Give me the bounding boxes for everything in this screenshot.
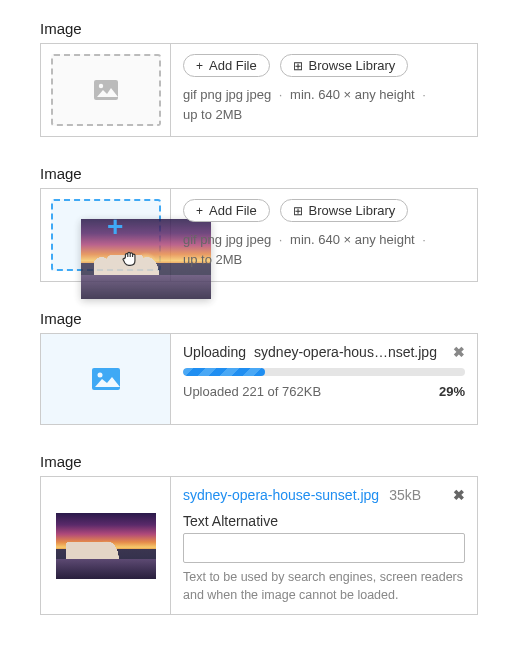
dropzone[interactable] [51, 54, 161, 126]
uploading-filename: sydney-opera-hous…nset.jpg [254, 344, 437, 360]
constraints-hint: gif png jpg jpeg · min. 640 × any height… [183, 230, 465, 269]
uploading-label: Uploading [183, 344, 246, 360]
constraints-hint: gif png jpg jpeg · min. 640 × any height… [183, 85, 465, 124]
thumbnail-column [41, 44, 171, 136]
upload-card: + Add File ⊞ Browse Library gif png jpg … [40, 43, 478, 137]
add-file-label: Add File [209, 58, 257, 73]
remove-file-button[interactable]: ✖ [453, 487, 465, 503]
grid-icon: ⊞ [293, 60, 303, 72]
thumbnail-column [41, 477, 171, 614]
upload-status-line: Uploading sydney-opera-hous…nset.jpg [183, 344, 465, 360]
plus-icon: + [196, 205, 203, 217]
svg-point-1 [98, 84, 102, 88]
image-upload-empty: Image + Add File ⊞ Browse Library gif pn… [40, 20, 478, 137]
image-upload-progress: Image ✖ Uploading sydney-opera-hous…nset… [40, 310, 478, 425]
upload-card: ✖ Uploading sydney-opera-hous…nset.jpg U… [40, 333, 478, 425]
file-size: 35kB [389, 487, 421, 503]
upload-stats: Uploaded 221 of 762KB 29% [183, 384, 465, 399]
progress-fill [183, 368, 265, 376]
thumbnail-column: + [41, 189, 171, 281]
browse-library-label: Browse Library [309, 58, 396, 73]
add-file-button[interactable]: + Add File [183, 54, 270, 77]
alt-text-label: Text Alternative [183, 513, 465, 529]
uploaded-thumbnail [56, 513, 156, 579]
uploaded-bytes: Uploaded 221 of 762KB [183, 384, 321, 399]
content-column: + Add File ⊞ Browse Library gif png jpg … [171, 189, 477, 281]
progress-bar [183, 368, 465, 376]
plus-icon: + [196, 60, 203, 72]
browse-library-button[interactable]: ⊞ Browse Library [280, 54, 409, 77]
svg-point-4 [97, 373, 102, 378]
section-label: Image [40, 20, 478, 37]
browse-library-button[interactable]: ⊞ Browse Library [280, 199, 409, 222]
content-column: ✖ Uploading sydney-opera-hous…nset.jpg U… [171, 334, 477, 424]
file-link[interactable]: sydney-opera-house-sunset.jpg [183, 487, 379, 503]
section-label: Image [40, 165, 478, 182]
upload-card: + + Add File ⊞ Browse Library gif png jp… [40, 188, 478, 282]
file-row: sydney-opera-house-sunset.jpg 35kB [183, 487, 465, 503]
image-upload-dragging: Image + + Add File ⊞ Browse Library gif … [40, 165, 478, 282]
add-file-label: Add File [209, 203, 257, 218]
browse-library-label: Browse Library [309, 203, 396, 218]
uploaded-percent: 29% [439, 384, 465, 399]
upload-card: ✖ sydney-opera-house-sunset.jpg 35kB Tex… [40, 476, 478, 615]
section-label: Image [40, 453, 478, 470]
add-file-button[interactable]: + Add File [183, 199, 270, 222]
cancel-upload-button[interactable]: ✖ [453, 344, 465, 360]
image-placeholder-icon [92, 368, 120, 390]
content-column: + Add File ⊞ Browse Library gif png jpg … [171, 44, 477, 136]
image-placeholder-icon [94, 80, 118, 100]
image-upload-complete: Image ✖ sydney-opera-house-sunset.jpg 35… [40, 453, 478, 615]
grab-cursor-icon [119, 247, 141, 269]
section-label: Image [40, 310, 478, 327]
grid-icon: ⊞ [293, 205, 303, 217]
alt-text-input[interactable] [183, 533, 465, 563]
alt-text-help: Text to be used by search engines, scree… [183, 569, 465, 604]
thumbnail-column [41, 334, 171, 424]
content-column: ✖ sydney-opera-house-sunset.jpg 35kB Tex… [171, 477, 477, 614]
